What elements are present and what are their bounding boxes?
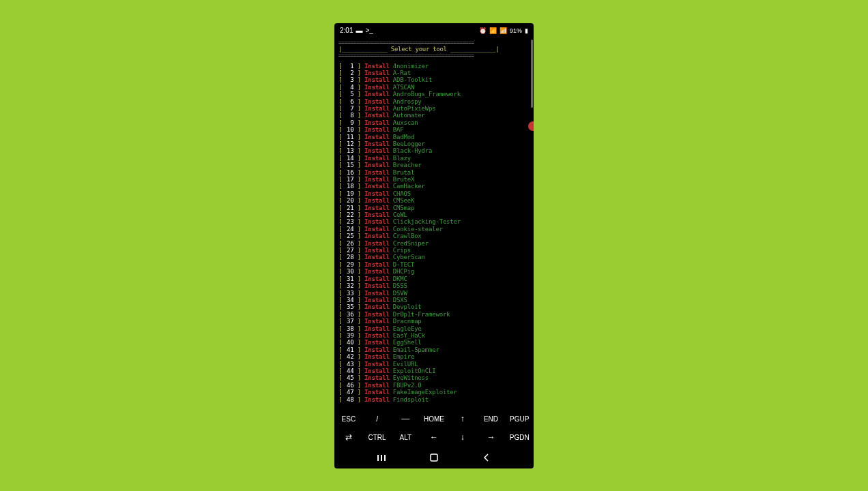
tool-item[interactable]: [ 29 ] Install D-TECT (338, 261, 530, 268)
tool-item[interactable]: [ 5 ] Install AndroBugs_Framework (338, 91, 530, 98)
tool-list: [ 1 ] Install 4nonimizer[ 2 ] Install A-… (338, 63, 530, 404)
tool-item[interactable]: [ 8 ] Install Automater (338, 112, 530, 119)
key-pgup[interactable]: PGUP (505, 415, 534, 423)
msg-icon: ▬ (356, 27, 362, 34)
tool-item[interactable]: [ 18 ] Install CamHacker (338, 183, 530, 190)
tool-item[interactable]: [ 19 ] Install CHAOS (338, 190, 530, 197)
alarm-icon: ⏰ (479, 27, 487, 34)
tool-item[interactable]: [ 27 ] Install Crips (338, 247, 530, 254)
tool-item[interactable]: [ 37 ] Install Dracnmap (338, 318, 530, 325)
tool-item[interactable]: [ 4 ] Install ATSCAN (338, 84, 530, 91)
tool-item[interactable]: [ 34 ] Install DSXS (338, 297, 530, 303)
tool-item[interactable]: [ 9 ] Install Auxscan (338, 119, 530, 126)
key-ctrl[interactable]: CTRL (363, 434, 392, 441)
tool-item[interactable]: [ 26 ] Install CredSniper (338, 240, 530, 247)
battery-text: 91% (510, 27, 522, 34)
tool-item[interactable]: [ 13 ] Install Black-Hydra (338, 147, 530, 154)
tool-item[interactable]: [ 2 ] Install A-Rat (338, 70, 530, 76)
tool-item[interactable]: [ 25 ] Install CrawlBox (338, 233, 530, 239)
key-⇄[interactable]: ⇄ (334, 432, 363, 442)
status-right: ⏰ 📶 📶 91% ▮ (479, 27, 528, 34)
tool-item[interactable]: [ 20 ] Install CMSeeK (338, 197, 530, 204)
tool-item[interactable]: [ 45 ] Install EyeWitness (338, 374, 530, 381)
tool-item[interactable]: [ 36 ] Install Dr0p1t-Framework (338, 311, 530, 318)
tool-item[interactable]: [ 10 ] Install BAF (338, 126, 530, 133)
status-left: 2:01 ▬ >_ (340, 27, 373, 34)
signal-icon: 📶 (489, 27, 497, 34)
svg-rect-2 (384, 455, 386, 461)
tool-item[interactable]: [ 12 ] Install BeeLogger (338, 140, 530, 147)
scrollbar[interactable] (531, 40, 533, 108)
tool-item[interactable]: [ 17 ] Install BruteX (338, 176, 530, 183)
key-↓[interactable]: ↓ (448, 432, 477, 442)
tool-item[interactable]: [ 35 ] Install Devploit (338, 303, 530, 310)
tool-item[interactable]: [ 43 ] Install EvilURL (338, 361, 530, 368)
tool-item[interactable]: [ 16 ] Install Brutal (338, 169, 530, 176)
separator-bottom: ========================================… (338, 53, 530, 59)
nav-bar (334, 447, 534, 468)
tool-item[interactable]: [ 14 ] Install Blazy (338, 155, 530, 162)
back-button[interactable] (480, 451, 493, 464)
tool-item[interactable]: [ 41 ] Install Email-Spammer (338, 346, 530, 353)
key-esc[interactable]: ESC (334, 415, 363, 423)
wifi-icon: 📶 (500, 27, 507, 34)
extra-keys-row-2: ⇄CTRLALT←↓→PGDN (334, 428, 534, 447)
tool-item[interactable]: [ 38 ] Install EagleEye (338, 325, 530, 332)
svg-rect-1 (381, 455, 382, 461)
key-end[interactable]: END (477, 415, 506, 423)
key-↑[interactable]: ↑ (448, 414, 477, 423)
tool-item[interactable]: [ 33 ] Install DSVW (338, 290, 530, 297)
terminal[interactable]: ========================================… (334, 38, 534, 410)
key-—[interactable]: — (391, 414, 420, 423)
tool-item[interactable]: [ 1 ] Install 4nonimizer (338, 63, 530, 70)
tool-item[interactable]: [ 15 ] Install Breacher (338, 162, 530, 168)
tool-item[interactable]: [ 28 ] Install CyberScan (338, 254, 530, 261)
tool-item[interactable]: [ 21 ] Install CMSmap (338, 205, 530, 211)
tool-item[interactable]: [ 3 ] Install ADB-Toolkit (338, 76, 530, 83)
tool-item[interactable]: [ 47 ] Install FakeImageExploiter (338, 389, 530, 396)
extra-keys-row-1: ESC/—HOME↑ENDPGUP (334, 410, 534, 428)
battery-icon: ▮ (525, 27, 528, 34)
tool-item[interactable]: [ 44 ] Install ExploitOnCLI (338, 368, 530, 374)
svg-rect-3 (431, 454, 437, 461)
tool-item[interactable]: [ 11 ] Install BadMod (338, 134, 530, 140)
home-button[interactable] (428, 451, 440, 464)
key-←[interactable]: ← (420, 432, 448, 442)
tool-item[interactable]: [ 32 ] Install DSSS (338, 282, 530, 289)
key-alt[interactable]: ALT (391, 434, 420, 441)
phone-frame: 2:01 ▬ >_ ⏰ 📶 📶 91% ▮ ==================… (334, 23, 534, 468)
tool-item[interactable]: [ 31 ] Install DKMC (338, 276, 530, 282)
termux-icon: >_ (365, 27, 373, 34)
title-line: |_____________ Select your tool ________… (338, 46, 530, 53)
status-bar: 2:01 ▬ >_ ⏰ 📶 📶 91% ▮ (334, 23, 534, 38)
tool-item[interactable]: [ 46 ] Install FBUPv2.0 (338, 382, 530, 389)
separator-top: ========================================… (338, 40, 530, 46)
record-indicator (528, 121, 534, 131)
tool-item[interactable]: [ 23 ] Install Clickjacking-Tester (338, 218, 530, 225)
tool-item[interactable]: [ 6 ] Install Androspy (338, 98, 530, 105)
tool-item[interactable]: [ 42 ] Install Empire (338, 353, 530, 360)
tool-item[interactable]: [ 22 ] Install CeWL (338, 211, 530, 218)
tool-item[interactable]: [ 24 ] Install Cookie-stealer (338, 226, 530, 233)
recents-button[interactable] (375, 451, 388, 464)
tool-item[interactable]: [ 40 ] Install EggShell (338, 339, 530, 346)
key-→[interactable]: → (477, 432, 506, 442)
key-home[interactable]: HOME (420, 415, 448, 423)
key-pgdn[interactable]: PGDN (505, 434, 534, 441)
time: 2:01 (340, 27, 353, 34)
tool-item[interactable]: [ 7 ] Install AutoPixieWps (338, 105, 530, 112)
key-/[interactable]: / (363, 415, 392, 423)
tool-item[interactable]: [ 48 ] Install Findsploit (338, 396, 530, 403)
tool-item[interactable]: [ 39 ] Install EasY_HaCk (338, 332, 530, 339)
tool-item[interactable]: [ 30 ] Install DHCPig (338, 268, 530, 275)
svg-rect-0 (377, 455, 379, 461)
